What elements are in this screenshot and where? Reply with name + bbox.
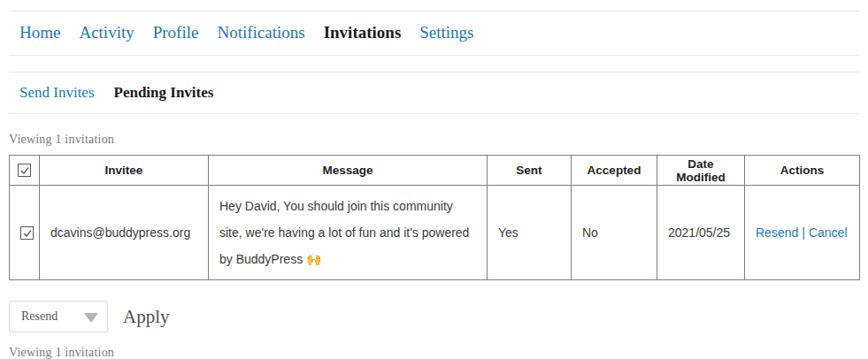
subnav-item-pending-invites[interactable]: Pending Invites [114,84,214,102]
actions-cell: Resend|Cancel [745,186,860,280]
checkmark-icon [22,228,33,239]
select-all-checkbox[interactable] [18,164,31,177]
column-header-invitee: Invitee [40,156,209,186]
row-checkbox[interactable] [20,226,34,240]
sent-cell: Yes [488,186,572,280]
column-header-accepted: Accepted [572,156,657,186]
bulk-actions-bar: Resend Apply [9,301,859,332]
bulk-action-selected-value: Resend [21,309,58,324]
column-header-actions: Actions [745,156,860,186]
invitations-subnav: Send Invites Pending Invites [9,72,859,114]
nav-item-notifications[interactable]: Notifications [217,23,304,42]
invitee-cell: dcavins@buddypress.org [40,186,209,280]
member-nav: Home Activity Profile Notifications Invi… [9,11,859,56]
pagination-count-bottom: Viewing 1 invitation [9,346,859,359]
page-container: Home Activity Profile Notifications Invi… [9,11,859,359]
nav-item-home[interactable]: Home [19,23,60,42]
invitation-row: dcavins@buddypress.org Hey David, You sh… [10,186,860,280]
actions-separator: | [802,225,805,240]
column-header-date-modified: Date Modified [657,156,745,186]
pagination-count-top: Viewing 1 invitation [9,133,859,147]
accepted-cell: No [572,186,657,280]
header-select-all-cell [10,156,40,186]
date-modified-cell: 2021/05/25 [657,186,745,280]
cancel-link[interactable]: Cancel [809,225,848,240]
chevron-down-icon [84,313,98,323]
checkmark-icon [19,165,30,176]
nav-item-invitations[interactable]: Invitations [324,23,402,42]
nav-item-profile[interactable]: Profile [153,23,199,42]
message-cell: Hey David, You should join this communit… [209,186,488,280]
table-header-row: Invitee Message Sent Accepted Date Modif… [10,156,860,186]
column-header-sent: Sent [488,156,572,186]
resend-link[interactable]: Resend [756,225,798,240]
pending-invites-table: Invitee Message Sent Accepted Date Modif… [9,155,860,280]
nav-item-settings[interactable]: Settings [419,23,473,42]
apply-button[interactable]: Apply [123,306,170,328]
nav-item-activity[interactable]: Activity [79,23,134,42]
subnav-item-send-invites[interactable]: Send Invites [19,84,95,102]
bulk-action-select[interactable]: Resend [9,301,108,332]
row-select-cell [10,186,40,280]
column-header-message: Message [209,156,488,186]
